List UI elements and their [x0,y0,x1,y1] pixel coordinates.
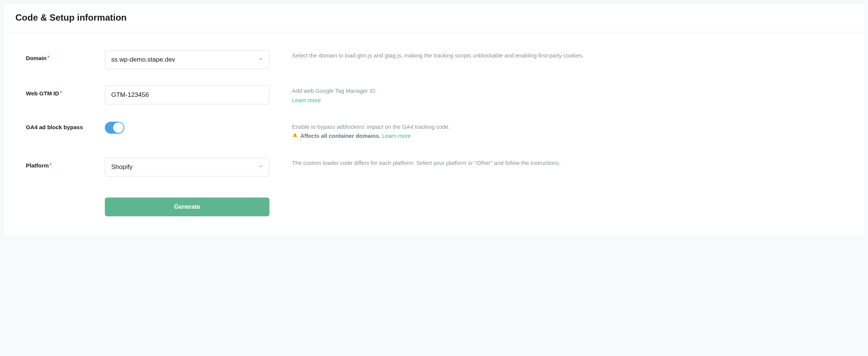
gtm-learn-more-link[interactable]: Learn more [292,97,321,103]
gtm-help-col: Add web Google Tag Manager ID. Learn mor… [269,86,842,105]
domain-label-col: Domain* [26,50,105,62]
card-header: Code & Setup information [3,3,865,32]
domain-select[interactable]: ss.wp-demo.stape.dev [105,50,269,69]
platform-select[interactable]: Shopify [105,158,269,176]
ga4-label-col: GA4 ad block bypass [26,122,105,131]
platform-control-col: Shopify [105,158,269,176]
card-body: Domain* ss.wp-demo.stape.dev Select the … [3,32,865,236]
platform-row: Platform* Shopify The custom loader code… [26,158,842,176]
domain-help-text: Select the domain to load gtm.js and gta… [292,51,842,60]
platform-required: * [50,162,52,169]
domain-control-col: ss.wp-demo.stape.dev [105,50,269,69]
ga4-warning-text: Affects all container domains. [300,133,380,139]
domain-row: Domain* ss.wp-demo.stape.dev Select the … [26,50,842,69]
platform-help-text: The custom loader code differs for each … [292,158,842,168]
domain-select-wrapper: ss.wp-demo.stape.dev [105,50,269,69]
platform-label: Platform [26,162,49,169]
gtm-row: Web GTM ID* Add web Google Tag Manager I… [26,86,842,105]
ga4-help-text: Enable to bypass adblockers' impact on t… [292,122,842,141]
generate-button[interactable]: Generate [105,198,269,216]
gtm-control-col [105,86,269,104]
gtm-input[interactable] [105,86,269,104]
toggle-thumb [113,122,124,133]
ga4-row: GA4 ad block bypass Enable to bypass adb… [26,122,842,141]
platform-label-col: Platform* [26,158,105,169]
domain-select-value: ss.wp-demo.stape.dev [111,56,175,63]
svg-rect-1 [295,136,295,136]
setup-card: Code & Setup information Domain* ss.wp-d… [3,3,865,236]
domain-label: Domain [26,55,47,61]
ga4-label: GA4 ad block bypass [26,124,83,130]
svg-rect-0 [295,134,295,136]
button-spacer [26,198,105,216]
platform-select-wrapper: Shopify [105,158,269,176]
gtm-help-content: Add web Google Tag Manager ID. [292,87,377,94]
ga4-control-col [105,122,269,135]
gtm-required: * [60,90,62,97]
platform-help-col: The custom loader code differs for each … [269,158,842,168]
page-title: Code & Setup information [15,12,853,23]
ga4-learn-more-link[interactable]: Learn more [382,133,411,139]
platform-select-value: Shopify [111,163,133,171]
domain-required: * [47,55,50,61]
ga4-help-col: Enable to bypass adblockers' impact on t… [269,122,842,141]
button-row: Generate [26,198,842,216]
ga4-toggle[interactable] [105,122,124,134]
gtm-help-text: Add web Google Tag Manager ID. Learn mor… [292,86,842,105]
gtm-label-col: Web GTM ID* [26,86,105,97]
gtm-label: Web GTM ID [26,90,59,97]
ga4-help-content: Enable to bypass adblockers' impact on t… [292,124,450,130]
warning-icon [292,132,298,141]
domain-help-col: Select the domain to load gtm.js and gta… [269,50,842,60]
